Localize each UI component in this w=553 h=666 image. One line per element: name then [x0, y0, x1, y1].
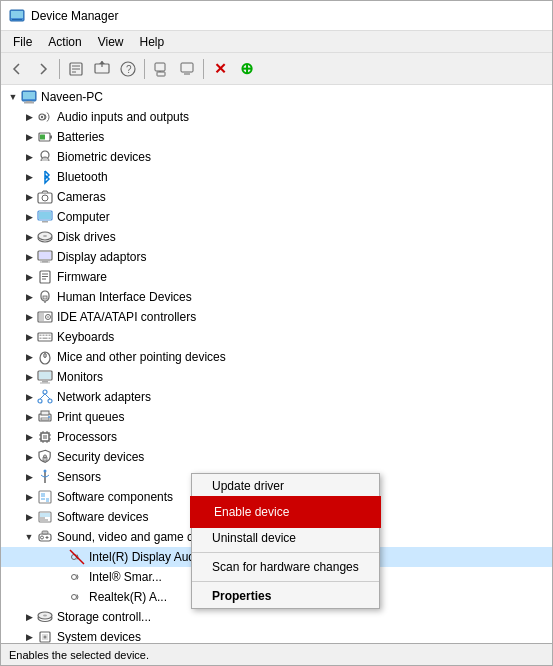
svg-point-33 [43, 235, 47, 237]
item-icon [37, 129, 53, 145]
expand-arrow[interactable]: ▶ [21, 369, 37, 385]
item-label: Biometric devices [57, 150, 151, 164]
forward-button[interactable] [31, 57, 55, 81]
remove-button[interactable]: ✕ [208, 57, 232, 81]
tree-item[interactable]: ▶ Processors [1, 427, 552, 447]
expand-arrow[interactable]: ▶ [21, 429, 37, 445]
tree-item[interactable]: ▶ Human Interface Devices [1, 287, 552, 307]
expand-arrow[interactable]: ▶ [21, 629, 37, 643]
item-label: Intel® Smar... [89, 570, 162, 584]
context-update-driver[interactable]: Update driver [192, 474, 379, 498]
menu-file[interactable]: File [5, 33, 40, 51]
tree-item[interactable]: ▶ Cameras [1, 187, 552, 207]
tree-item[interactable]: ▶ Batteries [1, 127, 552, 147]
svg-rect-53 [49, 335, 51, 337]
update-driver-button[interactable] [90, 57, 114, 81]
expand-arrow[interactable] [53, 549, 69, 565]
expand-arrow[interactable]: ▶ [21, 389, 37, 405]
tree-item[interactable]: ▶ Bluetooth [1, 167, 552, 187]
expand-arrow[interactable]: ▶ [21, 169, 37, 185]
expand-root[interactable]: ▼ [5, 89, 21, 105]
svg-rect-17 [23, 92, 35, 99]
svg-point-21 [41, 116, 43, 118]
menu-help[interactable]: Help [132, 33, 173, 51]
tree-item[interactable]: ▶ Biometric devices [1, 147, 552, 167]
svg-rect-61 [39, 372, 51, 379]
svg-rect-62 [42, 381, 48, 383]
expand-arrow[interactable]: ▶ [21, 309, 37, 325]
back-button[interactable] [5, 57, 29, 81]
svg-point-103 [72, 595, 77, 600]
tree-item[interactable]: ▶ IDE ATA/ATAPI controllers [1, 307, 552, 327]
help-button[interactable]: ? [116, 57, 140, 81]
context-menu: Update driver Enable device Uninstall de… [191, 473, 380, 609]
scan-button[interactable] [149, 57, 173, 81]
svg-rect-51 [43, 335, 45, 337]
context-enable-device[interactable]: Enable device [192, 498, 379, 526]
tree-item[interactable]: ▶ Monitors [1, 367, 552, 387]
item-icon [37, 349, 53, 365]
expand-arrow[interactable] [53, 569, 69, 585]
expand-arrow[interactable]: ▶ [21, 149, 37, 165]
context-properties[interactable]: Properties [192, 584, 379, 608]
menu-view[interactable]: View [90, 33, 132, 51]
display-button[interactable] [175, 57, 199, 81]
expand-arrow[interactable]: ▶ [21, 609, 37, 625]
item-label: Display adaptors [57, 250, 146, 264]
svg-point-86 [44, 470, 47, 473]
item-label: Keyboards [57, 330, 114, 344]
tree-item[interactable]: ▶ Network adapters [1, 387, 552, 407]
tree-item[interactable]: ▶ Disk drives [1, 227, 552, 247]
tree-item[interactable]: ▶ Firmware [1, 267, 552, 287]
tree-root[interactable]: ▼ Naveen-PC [1, 87, 552, 107]
expand-arrow[interactable]: ▶ [21, 509, 37, 525]
expand-arrow[interactable]: ▶ [21, 289, 37, 305]
expand-arrow[interactable]: ▶ [21, 329, 37, 345]
item-icon [37, 329, 53, 345]
item-icon [37, 389, 53, 405]
tree-item[interactable]: ▶ Display adaptors [1, 247, 552, 267]
context-uninstall-device[interactable]: Uninstall device [192, 526, 379, 550]
svg-rect-52 [46, 335, 48, 337]
item-label: Print queues [57, 410, 124, 424]
item-icon [37, 469, 53, 485]
expand-arrow[interactable]: ▶ [21, 249, 37, 265]
svg-rect-12 [157, 72, 165, 76]
svg-rect-1 [11, 11, 23, 18]
tree-item[interactable]: ▶ Security devices [1, 447, 552, 467]
expand-arrow[interactable]: ▶ [21, 489, 37, 505]
expand-arrow[interactable]: ▶ [21, 129, 37, 145]
tree-item[interactable]: ▶ Computer [1, 207, 552, 227]
expand-arrow[interactable]: ▶ [21, 229, 37, 245]
expand-arrow[interactable]: ▶ [21, 269, 37, 285]
expand-arrow[interactable]: ▶ [21, 209, 37, 225]
item-icon [37, 629, 53, 643]
item-icon [37, 209, 53, 225]
tree-item[interactable]: ▶ Print queues [1, 407, 552, 427]
expand-arrow[interactable]: ▶ [21, 409, 37, 425]
tree-content[interactable]: ▼ Naveen-PC ▶ Audio inputs and outputs ▶… [1, 85, 552, 643]
root-label: Naveen-PC [41, 90, 103, 104]
item-label: Firmware [57, 270, 107, 284]
tree-item[interactable]: ▶ Mice and other pointing devices [1, 347, 552, 367]
expand-arrow[interactable]: ▶ [21, 469, 37, 485]
svg-point-27 [42, 195, 48, 201]
item-icon [37, 449, 53, 465]
expand-arrow[interactable]: ▶ [21, 449, 37, 465]
item-icon [37, 409, 53, 425]
tree-item[interactable]: ▶ Keyboards [1, 327, 552, 347]
expand-arrow[interactable]: ▶ [21, 349, 37, 365]
item-icon [69, 589, 85, 605]
tree-item[interactable]: ▶ Audio inputs and outputs [1, 107, 552, 127]
expand-arrow[interactable]: ▼ [21, 529, 37, 545]
expand-arrow[interactable]: ▶ [21, 189, 37, 205]
context-scan-changes[interactable]: Scan for hardware changes [192, 555, 379, 579]
expand-arrow[interactable] [53, 589, 69, 605]
menu-action[interactable]: Action [40, 33, 89, 51]
svg-text:?: ? [126, 64, 132, 75]
expand-arrow[interactable]: ▶ [21, 109, 37, 125]
properties-button[interactable] [64, 57, 88, 81]
tree-item[interactable]: ▶ System devices [1, 627, 552, 643]
tree-item[interactable]: ▶ Storage controll... [1, 607, 552, 627]
add-button[interactable]: ⊕ [234, 57, 258, 81]
